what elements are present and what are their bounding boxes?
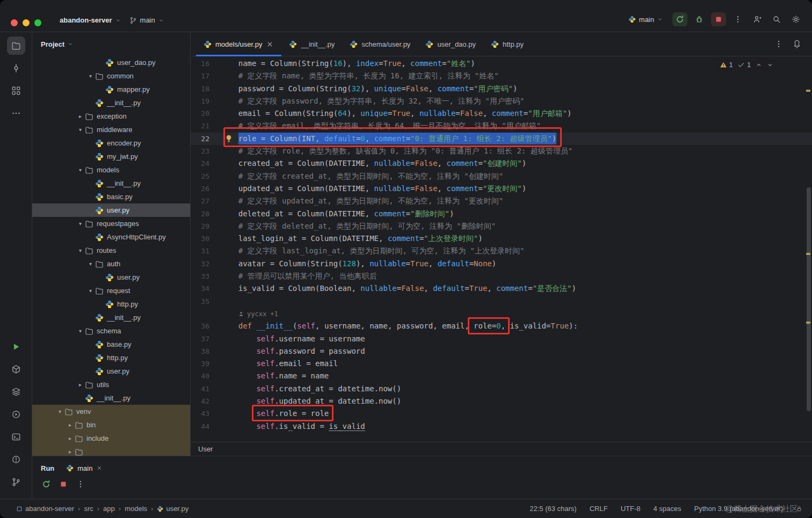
tree-item-exception[interactable]: ▸exception (32, 110, 190, 123)
line-number[interactable]: 16 (191, 57, 220, 70)
activity-terminal-button[interactable] (7, 428, 25, 446)
status-item[interactable]: Python 3.9 (abandon-server) (694, 505, 783, 513)
tree-item-encoder.py[interactable]: encoder.py (32, 136, 190, 150)
warnings-count-group[interactable]: 1 (720, 61, 733, 69)
author-inlay-hint[interactable]: yycxx +1 (191, 308, 812, 320)
line-number[interactable]: 38 (191, 345, 220, 358)
chevron-down-icon[interactable]: ▾ (86, 288, 95, 294)
code-line-19[interactable]: 19 # 定义字段 password, 类型为字符串, 长度为 32, 不唯一,… (191, 95, 812, 107)
line-number[interactable]: 26 (191, 183, 220, 195)
editor-scrollbar[interactable] (807, 187, 811, 411)
close-icon[interactable] (266, 40, 274, 48)
close-window-button[interactable] (11, 19, 18, 26)
editor-tab-user_dao.py[interactable]: user_dao.py (418, 32, 483, 56)
chevron-down-icon[interactable]: ▾ (86, 261, 95, 267)
tree-item-schema[interactable]: ▾schema (32, 324, 190, 338)
line-number[interactable]: 37 (191, 333, 220, 345)
chevron-right-icon[interactable]: ▸ (66, 449, 75, 455)
intention-bulb-icon[interactable] (224, 134, 233, 143)
chevron-right-icon[interactable]: ▸ (76, 113, 85, 119)
kebab-icon[interactable] (774, 40, 783, 48)
breadcrumb-item[interactable]: abandon-server (16, 505, 74, 513)
chevron-down-icon[interactable]: ▾ (86, 73, 95, 79)
rerun-button[interactable] (672, 12, 687, 26)
code-line-28[interactable]: 28 deleted_at = Column(DATETIME, comment… (191, 208, 812, 220)
line-number[interactable]: 20 (191, 107, 220, 120)
chevron-down-icon[interactable]: ▾ (55, 408, 64, 414)
line-number[interactable]: 21 (191, 120, 220, 132)
tree-item-__init__.py[interactable]: __init__.py (32, 311, 190, 324)
status-item[interactable]: UTF-8 (621, 505, 641, 513)
editor-tab-http.py[interactable]: http.py (483, 32, 531, 56)
previous-problem-button[interactable] (756, 62, 762, 68)
code-line-36[interactable]: 36 def __init__(self, username, name, pa… (191, 320, 812, 332)
chevron-right-icon[interactable]: ▸ (66, 422, 75, 428)
status-item[interactable]: 22:5 (63 chars) (530, 505, 576, 513)
code-line-18[interactable]: 18 password = Column(String(32), unique=… (191, 83, 812, 95)
line-number[interactable]: 42 (191, 395, 220, 407)
stop-button[interactable] (711, 12, 726, 26)
code-line-32[interactable]: 32 avatar = Column(String(128), nullable… (191, 258, 812, 270)
code-line-31[interactable]: 31 # 定义字段 last_login_at, 类型为日期时间, 可为空, 注… (191, 245, 812, 257)
line-number[interactable]: 32 (191, 258, 220, 270)
kebab-button[interactable] (76, 480, 85, 491)
tree-item-auth[interactable]: ▾auth (32, 257, 190, 271)
sticky-context-bar[interactable]: User (191, 442, 812, 456)
chevron-down-icon[interactable]: ▾ (76, 247, 85, 253)
analysis-stripe-mark[interactable] (806, 90, 810, 92)
tree-item-requestpages[interactable]: ▾requestpages (32, 217, 190, 230)
line-number[interactable]: 19 (191, 95, 220, 107)
tree-item-middleware[interactable]: ▾middleware (32, 123, 190, 136)
tree-item-user.py[interactable]: user.py (32, 203, 190, 217)
line-number[interactable]: 30 (191, 232, 220, 245)
code-line-33[interactable]: 33 # 管理员可以禁用某个用户, 当他离职后 (191, 270, 812, 282)
tree-item-user.py[interactable]: user.py (32, 271, 190, 284)
code-line-23[interactable]: 23 # 定义字段 role, 类型为整数, 缺省值为 0, 注释为 "0: 普… (191, 145, 812, 157)
add-user-button[interactable] (750, 12, 765, 26)
code-line-38[interactable]: 38 self.password = password (191, 345, 812, 358)
tree-item-basic.py[interactable]: basic.py (32, 190, 190, 203)
run-tab-main[interactable]: main (66, 464, 103, 472)
tree-item-user.py[interactable]: user.py (32, 364, 190, 378)
chevron-down-icon[interactable]: ▾ (76, 221, 85, 227)
code-line-29[interactable]: 29 # 定义字段 deleted_at, 类型为日期时间, 可为空, 注释为 … (191, 220, 812, 232)
branch-selector[interactable]: main (125, 14, 168, 26)
tree-item-request[interactable]: ▾request (32, 284, 190, 297)
lock-icon[interactable] (796, 506, 802, 512)
rerun-button[interactable] (42, 480, 50, 491)
code-line-41[interactable]: 41 self.created_at = datetime.now() (191, 383, 812, 395)
tree-item-routes[interactable]: ▾routes (32, 244, 190, 257)
activity-commit-button[interactable] (7, 59, 25, 77)
activity-services-button[interactable] (7, 383, 25, 401)
project-panel-header[interactable]: Project (32, 32, 190, 56)
code-line-25[interactable]: 25 # 定义字段 created_at, 类型为日期时间, 不能为空, 注释为… (191, 170, 812, 183)
zoom-window-button[interactable] (34, 19, 41, 26)
line-number[interactable]: 43 (191, 407, 220, 420)
code-line-39[interactable]: 39 self.email = email (191, 358, 812, 370)
status-item[interactable]: CRLF (590, 505, 608, 513)
line-number[interactable]: 35 (191, 295, 220, 308)
line-number[interactable]: 24 (191, 157, 220, 170)
line-number[interactable]: 41 (191, 383, 220, 395)
tree-item-__init__.py[interactable]: __init__.py (32, 96, 190, 110)
editor-tab-models-user.py[interactable]: models/user.py (196, 32, 281, 56)
tree-item-__init__.py[interactable]: __init__.py (32, 391, 190, 405)
bell-icon[interactable] (793, 40, 801, 48)
editor-tab-schema-user.py[interactable]: schema/user.py (342, 32, 418, 56)
stop-button[interactable] (59, 480, 68, 491)
line-number[interactable]: 33 (191, 270, 220, 282)
kebab-button[interactable] (730, 12, 745, 26)
code-line-37[interactable]: 37 self.username = username (191, 333, 812, 345)
tree-item-bin[interactable]: ▸bin (32, 418, 190, 432)
line-number[interactable]: 27 (191, 195, 220, 207)
status-item[interactable]: 4 spaces (653, 505, 681, 513)
chevron-down-icon[interactable]: ▾ (76, 328, 85, 334)
tree-item-folder[interactable]: ▸ (32, 445, 190, 456)
editor-tab-__init__.py[interactable]: __init__.py (281, 32, 342, 56)
tree-item-common[interactable]: ▾common (32, 69, 190, 83)
tree-item-include[interactable]: ▸include (32, 432, 190, 445)
code-line-22[interactable]: 22 role = Column(INT, default=0, comment… (191, 133, 812, 145)
tree-item-user_dao.py[interactable]: user_dao.py (32, 56, 190, 69)
run-configuration-selector[interactable]: main (624, 13, 667, 26)
code-line-43[interactable]: 43 self.role = role (191, 407, 812, 420)
